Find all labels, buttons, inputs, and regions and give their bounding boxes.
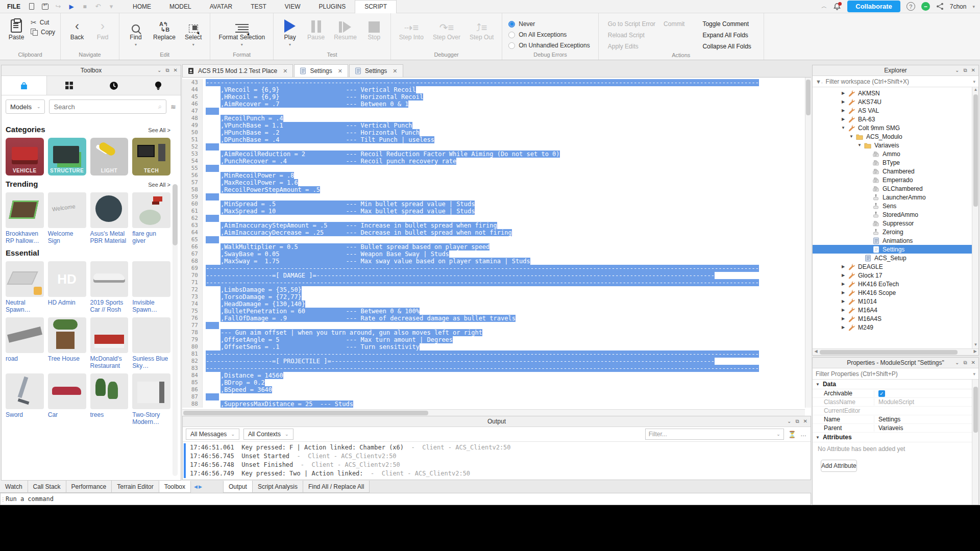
output-messages-dropdown[interactable]: All Messages⌄ (186, 429, 239, 440)
back-button[interactable]: ‹ Back (66, 16, 88, 42)
editor-horizontal-scrollbar[interactable] (182, 409, 805, 416)
ribbon-collapse-icon[interactable]: ︿ (821, 3, 827, 10)
explorer-node-aks74u[interactable]: ▶AKS74U (813, 97, 978, 106)
collaborate-button[interactable]: Collaborate (847, 1, 900, 12)
select-button[interactable]: Select ▾ (182, 16, 205, 48)
output-more-icon[interactable]: … (800, 431, 806, 438)
output-message[interactable]: 17:46:56.749 Key pressed: Two | Action l… (183, 469, 811, 478)
code-line[interactable]: 76 ,FallOfDamage = .9 --- Rate of decrea… (182, 315, 811, 322)
toolbox-asset-item[interactable]: Invisible Spawn… (132, 261, 170, 313)
tab-close-icon[interactable]: ✕ (283, 68, 287, 74)
toolbox-asset-item[interactable]: Sword (6, 373, 44, 425)
play-button[interactable]: Play ▾ (279, 16, 301, 48)
search-icon[interactable]: ⌕ (158, 103, 162, 111)
checkbox-checked-icon[interactable]: ✓ (878, 390, 885, 397)
explorer-node-akmsn[interactable]: ▶AKMSN (813, 89, 978, 97)
explorer-node-glchambered[interactable]: GLChambered (813, 184, 978, 193)
output-contexts-dropdown[interactable]: All Contexts⌄ (243, 429, 293, 440)
apply-edits-button[interactable]: Apply Edits (608, 43, 685, 50)
toolbox-asset-item[interactable]: Asus's Metal PBR Material (90, 192, 129, 244)
toolbox-tab-inventory[interactable] (47, 76, 92, 95)
debug-errors-radio-never[interactable]: Never (508, 20, 590, 28)
new-file-icon[interactable] (28, 3, 36, 11)
node-expanded-icon[interactable]: ▼ (840, 126, 846, 130)
copy-button[interactable]: Copy (31, 29, 55, 36)
ribbon-tab-view[interactable]: VIEW (276, 0, 310, 13)
toolbox-asset-item[interactable]: McDonald's Restaurant (90, 317, 129, 369)
format-selection-button[interactable]: Format Selection ▾ (215, 16, 268, 48)
explorer-vertical-scrollbar[interactable]: ▲ ▼ (972, 87, 978, 348)
explorer-node-variaveis[interactable]: ▼Variaveis (813, 141, 978, 149)
toolbox-category-dropdown[interactable]: Models⌄ (6, 99, 45, 114)
step-out-button[interactable]: ⤴≡ Step Out (467, 16, 497, 42)
code-line[interactable]: 48 ,RecoilPunch = .4 (182, 115, 811, 122)
toggle-comment-button[interactable]: Toggle Comment (702, 20, 751, 28)
code-area[interactable]: 43--------------------------------------… (182, 78, 811, 408)
code-line[interactable]: 70------------------=[ DAMAGE ]=--------… (182, 272, 811, 279)
add-attribute-button[interactable]: Add Attribute (821, 460, 857, 472)
output-funnel-icon[interactable]: ⏳ (788, 431, 796, 438)
explorer-node-animations[interactable]: Animations (813, 236, 978, 245)
code-line[interactable]: 88 ,SuppressMaxDistance = 25 --- Studs (182, 400, 811, 408)
code-line[interactable]: 50 ,HPunchBase = .2 --- Horizontal Punch (182, 129, 811, 136)
explorer-node-hk416-scope[interactable]: ▶HK416 Scope (813, 288, 978, 297)
undo-icon[interactable]: ↶ (94, 3, 102, 11)
code-line[interactable]: 44 ,VRecoil = {6,9} --- Vertical Recoil (182, 86, 811, 93)
quick-access-caret-icon[interactable]: ▾ (107, 3, 115, 11)
code-line[interactable]: 80 ,OffsetSens = .1 --- Turn sensitivity (182, 343, 811, 350)
command-bar-input[interactable] (6, 495, 811, 503)
toolbox-scrollbar[interactable] (173, 184, 178, 476)
editor-tab-1[interactable]: Settings✕ (294, 64, 348, 77)
scroll-up-icon[interactable]: ▲ (972, 87, 978, 93)
node-collapsed-icon[interactable]: ▶ (840, 308, 846, 312)
pause-button[interactable]: Pause (304, 16, 328, 42)
code-line[interactable]: 63 ,AimInaccuracyStepAmount = .5 --- Inc… (182, 222, 811, 229)
code-line[interactable]: 65 (182, 236, 811, 243)
toolbox-tab-marketplace[interactable] (2, 76, 47, 95)
editor-tab-2[interactable]: Settings✕ (349, 64, 403, 77)
username-label[interactable]: 7chon (950, 3, 967, 10)
tab-close-icon[interactable]: ✕ (338, 68, 342, 74)
node-collapsed-icon[interactable]: ▶ (840, 108, 846, 113)
go-to-script-error-button[interactable]: Go to Script Error (608, 20, 655, 28)
explorer-node-acs-setup[interactable]: ACS_Setup (813, 254, 978, 262)
ribbon-tab-model[interactable]: MODEL (160, 0, 201, 13)
dock-tab-find-all-replace-all[interactable]: Find All / Replace All (303, 481, 370, 493)
output-message[interactable]: 17:46:51.061 Key pressed: F | Action lin… (183, 443, 811, 452)
filter-caret-icon[interactable]: ▾ (973, 371, 975, 377)
node-collapsed-icon[interactable]: ▶ (840, 282, 846, 286)
explorer-node-m1014[interactable]: ▶M1014 (813, 297, 978, 306)
cut-button[interactable]: ✂Cut (31, 18, 55, 27)
explorer-node-chambered[interactable]: Chambered (813, 167, 978, 176)
toolbox-asset-item[interactable]: flare gun giver (132, 192, 170, 244)
editor-tab-0[interactable]: ACS R15 Mod 1.2 Test Place✕ (182, 64, 293, 77)
code-line[interactable]: 85 ,BDrop = 0.2 (182, 379, 811, 386)
code-line[interactable]: 77 (182, 322, 811, 329)
toolbox-asset-item[interactable]: 2019 Sports Car // Rosh (90, 261, 129, 313)
code-line[interactable]: 54 ,PunchRecover = .4 --- Recoil punch r… (182, 158, 811, 165)
output-message[interactable]: 17:46:56.745 Unset Started - Client - AC… (183, 452, 811, 461)
filter-caret-icon[interactable]: ▾ (973, 79, 975, 84)
stop-button[interactable]: Stop (363, 16, 385, 42)
explorer-node-suppressor[interactable]: Suppressor (813, 219, 978, 228)
dock-tabs-left-icon[interactable]: ◀ (194, 484, 198, 489)
ribbon-tab-test[interactable]: TEST (241, 0, 276, 13)
toolbox-tab-recent[interactable] (91, 76, 136, 95)
properties-scrollbar[interactable] (972, 380, 978, 505)
quick-play-icon[interactable]: ▶ (67, 3, 76, 11)
code-line[interactable]: 86 ,BSpeed = 3640 (182, 386, 811, 393)
explorer-node-sens[interactable]: Sens (813, 202, 978, 210)
commit-button[interactable]: Commit (664, 20, 684, 28)
code-line[interactable]: 56 ,MinRecoilPower = .8 (182, 172, 811, 179)
explorer-filter-input[interactable] (826, 78, 970, 85)
see-all-link[interactable]: See All > (148, 182, 170, 188)
code-line[interactable]: 87 (182, 393, 811, 400)
properties-section-attributes[interactable]: ▼ Attributes (813, 433, 978, 442)
scroll-left-icon[interactable]: ◀ (813, 349, 819, 355)
node-collapsed-icon[interactable]: ▶ (840, 117, 846, 121)
dock-tab-call-stack[interactable]: Call Stack (28, 481, 66, 493)
toolbox-asset-item[interactable]: Two-Story Modern… (132, 373, 170, 425)
step-into-button[interactable]: ⇢≡ Step Into (396, 16, 427, 42)
code-line[interactable]: 53 ,AimRecoilReduction = 2 --- Recoil Re… (182, 151, 811, 158)
properties-collapse-icon[interactable]: ⌄ (955, 360, 959, 366)
